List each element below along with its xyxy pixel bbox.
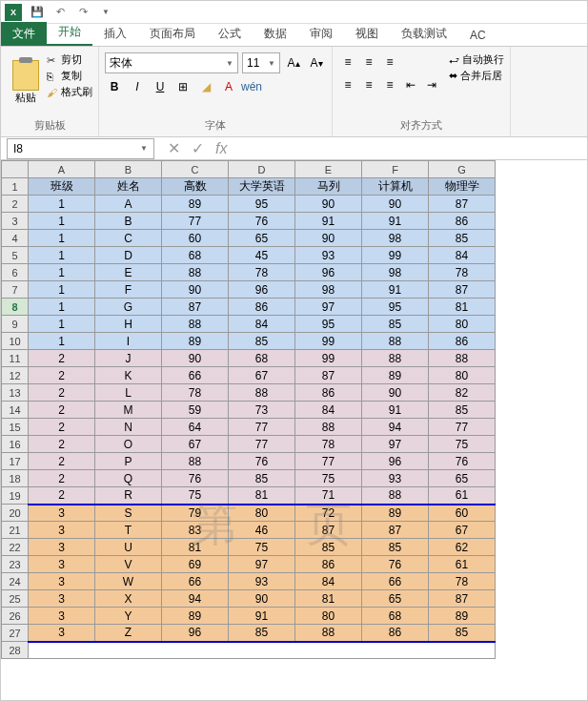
tab-formula[interactable]: 公式: [207, 22, 253, 46]
cell[interactable]: 76: [429, 453, 496, 470]
cell[interactable]: 89: [162, 333, 229, 350]
row-header[interactable]: 11: [2, 350, 29, 367]
cell[interactable]: 79: [162, 505, 229, 522]
cell[interactable]: 83: [162, 522, 229, 539]
cell[interactable]: 96: [295, 264, 362, 281]
cell[interactable]: 85: [429, 230, 496, 247]
cell[interactable]: 62: [429, 539, 496, 556]
cell[interactable]: 1: [29, 316, 95, 333]
cell[interactable]: 78: [229, 264, 295, 281]
cell[interactable]: 2: [29, 487, 95, 505]
cell[interactable]: 87: [295, 367, 362, 384]
fx-icon[interactable]: fx: [215, 140, 227, 157]
cell[interactable]: 3: [29, 539, 95, 556]
cell[interactable]: 87: [429, 590, 496, 608]
row-header[interactable]: 5: [2, 247, 29, 264]
cell[interactable]: 68: [362, 608, 429, 625]
decrease-font-icon[interactable]: A▾: [307, 53, 326, 72]
cell[interactable]: 77: [229, 436, 295, 453]
align-middle-icon[interactable]: ≡: [359, 52, 378, 72]
cell[interactable]: 87: [362, 522, 429, 539]
cell[interactable]: 88: [362, 333, 429, 350]
row-header[interactable]: 19: [2, 487, 29, 505]
cell[interactable]: 46: [229, 522, 295, 539]
row-header[interactable]: 25: [2, 590, 29, 608]
cell[interactable]: 87: [295, 522, 362, 539]
cell[interactable]: 85: [229, 625, 295, 642]
row-header[interactable]: 20: [2, 505, 29, 522]
header-cell[interactable]: 计算机: [362, 178, 429, 196]
cell[interactable]: 88: [162, 453, 229, 470]
cell[interactable]: I: [95, 333, 162, 350]
cell[interactable]: 2: [29, 436, 95, 453]
tab-ac[interactable]: AC: [458, 25, 497, 46]
wrap-text-button[interactable]: ⮐自动换行: [449, 52, 504, 67]
cell[interactable]: 67: [429, 522, 496, 539]
cell[interactable]: 80: [229, 505, 295, 522]
cell[interactable]: 98: [362, 230, 429, 247]
indent-decrease-icon[interactable]: ⇤: [401, 75, 420, 94]
cell[interactable]: 89: [362, 367, 429, 384]
cell[interactable]: 80: [429, 367, 496, 384]
cell[interactable]: 81: [162, 539, 229, 556]
indent-increase-icon[interactable]: ⇥: [422, 75, 441, 94]
tab-file[interactable]: 文件: [1, 22, 47, 46]
cell[interactable]: X: [95, 590, 162, 608]
redo-icon[interactable]: ↷: [75, 5, 91, 20]
row-header[interactable]: 9: [2, 316, 29, 333]
row-header[interactable]: 2: [2, 196, 29, 213]
cell[interactable]: 3: [29, 625, 95, 642]
cell[interactable]: 93: [362, 470, 429, 487]
cell[interactable]: 65: [362, 590, 429, 608]
increase-font-icon[interactable]: A▴: [284, 53, 303, 72]
tab-insert[interactable]: 插入: [92, 22, 138, 46]
row-header[interactable]: 14: [2, 402, 29, 419]
row-header[interactable]: 18: [2, 470, 29, 487]
cell[interactable]: 90: [362, 384, 429, 402]
cell[interactable]: B: [95, 213, 162, 230]
cell[interactable]: 78: [429, 573, 496, 590]
cell[interactable]: 86: [295, 384, 362, 402]
cell[interactable]: 88: [295, 419, 362, 436]
cell[interactable]: W: [95, 573, 162, 590]
cell[interactable]: 66: [162, 367, 229, 384]
save-icon[interactable]: 💾: [30, 5, 45, 20]
col-header[interactable]: A: [29, 161, 95, 178]
cell[interactable]: 64: [162, 419, 229, 436]
cell[interactable]: 95: [295, 316, 362, 333]
cell[interactable]: 95: [229, 196, 295, 213]
cell[interactable]: 89: [429, 608, 496, 625]
cell[interactable]: 96: [229, 281, 295, 299]
cell[interactable]: 3: [29, 608, 95, 625]
cell[interactable]: 75: [162, 487, 229, 505]
cell[interactable]: 86: [362, 625, 429, 642]
cell[interactable]: 82: [429, 384, 496, 402]
tab-review[interactable]: 审阅: [298, 22, 344, 46]
cell[interactable]: U: [95, 539, 162, 556]
row-header[interactable]: 27: [2, 625, 29, 642]
row-header[interactable]: 7: [2, 281, 29, 299]
cell[interactable]: 77: [162, 213, 229, 230]
border-button[interactable]: ⊞: [173, 77, 193, 96]
cell[interactable]: Z: [95, 625, 162, 642]
cell[interactable]: 1: [29, 196, 95, 213]
cell[interactable]: 3: [29, 573, 95, 590]
cell[interactable]: 65: [429, 470, 496, 487]
cell[interactable]: D: [95, 247, 162, 264]
cell[interactable]: 61: [429, 487, 496, 505]
cell[interactable]: [29, 642, 496, 659]
cell[interactable]: P: [95, 453, 162, 470]
col-header[interactable]: D: [229, 161, 295, 178]
cell[interactable]: 99: [362, 247, 429, 264]
cell[interactable]: 89: [362, 505, 429, 522]
cell[interactable]: 91: [362, 402, 429, 419]
cell[interactable]: 77: [429, 419, 496, 436]
cell[interactable]: 76: [229, 453, 295, 470]
cell[interactable]: 75: [295, 470, 362, 487]
cell[interactable]: F: [95, 281, 162, 299]
cell[interactable]: 99: [295, 350, 362, 367]
underline-button[interactable]: U: [151, 77, 170, 96]
row-header[interactable]: 6: [2, 264, 29, 281]
format-painter-button[interactable]: 🖌格式刷: [47, 85, 92, 99]
cell[interactable]: 88: [362, 350, 429, 367]
